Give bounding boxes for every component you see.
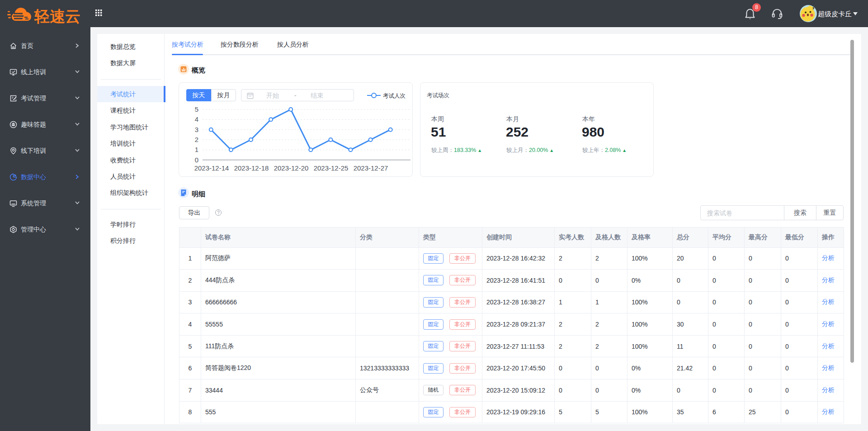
svg-text:0: 0: [195, 156, 198, 164]
svg-text:4: 4: [195, 115, 198, 123]
svg-text:2023-12-27: 2023-12-27: [354, 164, 388, 172]
svg-text:2: 2: [195, 136, 198, 143]
svg-text:3: 3: [195, 126, 198, 133]
svg-text:1: 1: [195, 146, 198, 153]
svg-text:2023-12-14: 2023-12-14: [194, 164, 229, 172]
svg-text:2023-12-18: 2023-12-18: [234, 164, 269, 172]
svg-text:5: 5: [195, 105, 198, 113]
svg-text:2023-12-20: 2023-12-20: [274, 164, 309, 172]
svg-text:2023-12-25: 2023-12-25: [314, 164, 349, 172]
